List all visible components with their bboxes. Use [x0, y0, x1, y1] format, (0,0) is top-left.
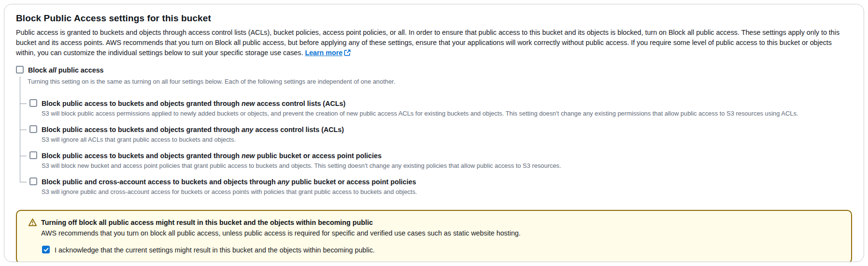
- label-italic-text: new: [242, 100, 255, 107]
- block-all-checkbox[interactable]: [16, 66, 24, 74]
- check-icon: [43, 247, 49, 252]
- label-text: Block public access to buckets and objec…: [42, 152, 242, 160]
- setting-row-new-acls: Block public access to buckets and objec…: [20, 99, 852, 125]
- label-text: public bucket or access point policies: [255, 152, 382, 160]
- label-italic-text: new: [242, 152, 255, 160]
- warning-title: Turning off block all public access migh…: [41, 217, 373, 228]
- acknowledge-row: I acknowledge that the current settings …: [42, 245, 842, 255]
- block-all-setting-row: Block all public access: [16, 65, 852, 75]
- setting-head: Block public access to buckets and objec…: [29, 125, 852, 134]
- setting-row-any-policies: Block public and cross-account access to…: [20, 177, 852, 203]
- block-any-policies-label[interactable]: Block public and cross-account access to…: [42, 177, 416, 187]
- setting-row-any-acls: Block public access to buckets and objec…: [20, 125, 852, 151]
- label-text: Block public and cross-account access to…: [42, 178, 278, 186]
- block-any-acls-description: S3 will ignore all ACLs that grant publi…: [42, 135, 852, 144]
- label-text: access control lists (ACLs): [255, 100, 346, 107]
- block-any-policies-description: S3 will ignore public and cross-account …: [42, 188, 852, 196]
- label-text: access control lists (ACLs): [254, 126, 344, 133]
- label-italic-text: all: [49, 66, 57, 74]
- block-new-acls-checkbox[interactable]: [29, 99, 37, 107]
- label-text: Block: [28, 66, 49, 74]
- acknowledge-label[interactable]: I acknowledge that the current settings …: [55, 245, 375, 255]
- setting-row-new-policies: Block public access to buckets and objec…: [20, 151, 852, 177]
- block-new-policies-checkbox[interactable]: [29, 151, 37, 159]
- external-link-icon: [344, 49, 351, 56]
- block-public-access-panel: Block Public Access settings for this bu…: [4, 4, 864, 262]
- warning-description: AWS recommends that you turn on block al…: [41, 228, 842, 238]
- block-new-acls-description: S3 will block public access permissions …: [42, 109, 852, 118]
- block-any-acls-checkbox[interactable]: [29, 125, 37, 133]
- sub-settings-tree: Turning this setting on is the same as t…: [20, 76, 852, 203]
- panel-description: Public access is granted to buckets and …: [16, 28, 852, 58]
- learn-more-label: Learn more: [305, 49, 342, 57]
- block-any-acls-label[interactable]: Block public access to buckets and objec…: [42, 125, 344, 134]
- label-italic-text: any: [242, 126, 254, 133]
- warning-header: Turning off block all public access migh…: [28, 217, 842, 228]
- page-title: Block Public Access settings for this bu…: [16, 13, 852, 24]
- block-new-policies-description: S3 will block new bucket and access poin…: [42, 162, 852, 170]
- warning-triangle-icon: [28, 218, 37, 226]
- acknowledge-checkbox[interactable]: [42, 246, 50, 253]
- setting-head: Block public access to buckets and objec…: [29, 151, 852, 161]
- block-new-policies-label[interactable]: Block public access to buckets and objec…: [42, 151, 382, 161]
- label-text: public bucket or access point policies: [289, 178, 416, 186]
- learn-more-link[interactable]: Learn more: [305, 49, 351, 57]
- label-text: Block public access to buckets and objec…: [42, 126, 242, 133]
- block-all-description: Turning this setting on is the same as t…: [20, 76, 852, 99]
- label-italic-text: any: [278, 178, 290, 186]
- panel-description-text: Public access is granted to buckets and …: [16, 29, 840, 57]
- block-all-label[interactable]: Block all public access: [28, 65, 104, 75]
- label-text: public access: [57, 66, 104, 74]
- setting-head: Block public and cross-account access to…: [29, 177, 852, 187]
- label-text: Block public access to buckets and objec…: [42, 100, 242, 107]
- block-any-policies-checkbox[interactable]: [29, 177, 37, 185]
- public-access-warning-alert: Turning off block all public access migh…: [16, 210, 852, 262]
- setting-head: Block public access to buckets and objec…: [29, 99, 852, 108]
- block-new-acls-label[interactable]: Block public access to buckets and objec…: [42, 99, 345, 108]
